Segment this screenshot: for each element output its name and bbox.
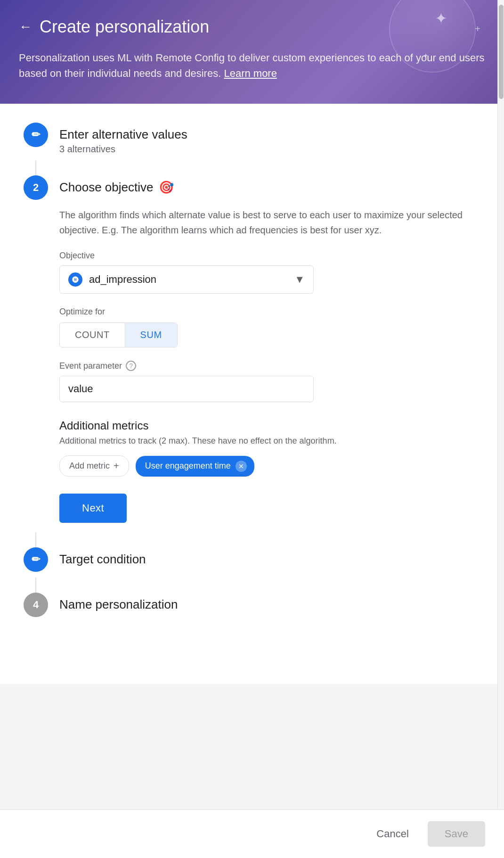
step-2-circle: 2 bbox=[24, 175, 48, 200]
chip-label: User engagement time bbox=[145, 461, 231, 471]
step-4-title: Name personalization bbox=[59, 597, 480, 612]
objective-dropdown-icon bbox=[68, 272, 82, 287]
chip-close-button[interactable]: ✕ bbox=[236, 461, 247, 472]
connector-1-2 bbox=[35, 160, 36, 175]
steps-container: ✏ Enter alternative values 3 alternative… bbox=[0, 104, 504, 684]
objective-value: ad_impression bbox=[89, 273, 288, 286]
metrics-row: Add metric + User engagement time ✕ bbox=[59, 455, 480, 477]
objective-icon: 🎯 bbox=[159, 180, 174, 195]
metric-chip-user-engagement: User engagement time ✕ bbox=[136, 456, 254, 477]
help-icon[interactable]: ? bbox=[126, 361, 136, 371]
star-icon-3: ✦ bbox=[423, 52, 429, 59]
main-content: ✏ Enter alternative values 3 alternative… bbox=[0, 104, 504, 684]
step-2-body: The algorithm finds which alternate valu… bbox=[59, 207, 480, 523]
step-1-subtitle: 3 alternatives bbox=[59, 144, 480, 155]
event-param-label-row: Event parameter ? bbox=[59, 361, 480, 371]
additional-metrics-desc: Additional metrics to track (2 max). The… bbox=[59, 436, 480, 446]
step-3-icon: ✏ bbox=[32, 553, 40, 566]
star-icon-1: ✦ bbox=[435, 9, 447, 27]
step-2-title: Choose objective 🎯 bbox=[59, 180, 480, 195]
header-description: Personalization uses ML with Remote Conf… bbox=[19, 50, 485, 81]
plus-icon: + bbox=[114, 461, 119, 471]
star-icon-2: + bbox=[475, 24, 480, 34]
step-1-row: ✏ Enter alternative values 3 alternative… bbox=[24, 123, 480, 155]
connector-2-3 bbox=[35, 532, 36, 547]
back-button[interactable]: ← bbox=[19, 19, 32, 34]
header-back-row: ← Create personalization bbox=[19, 17, 485, 37]
objective-description: The algorithm finds which alternate valu… bbox=[59, 207, 480, 238]
scrollbar-track[interactable] bbox=[497, 0, 504, 858]
dropdown-arrow-icon: ▼ bbox=[294, 273, 305, 286]
additional-metrics-title: Additional metrics bbox=[59, 419, 480, 432]
optimize-toggle-group: COUNT SUM bbox=[59, 322, 178, 347]
step-2-number: 2 bbox=[33, 182, 39, 194]
bottom-spacer bbox=[24, 623, 480, 670]
cancel-button[interactable]: Cancel bbox=[367, 823, 418, 845]
connector-3-4 bbox=[35, 578, 36, 593]
count-toggle-button[interactable]: COUNT bbox=[60, 323, 125, 347]
step-4-content: Name personalization bbox=[59, 593, 480, 612]
step-1-icon: ✏ bbox=[32, 129, 40, 141]
add-metric-button[interactable]: Add metric + bbox=[59, 455, 129, 477]
objective-label: Objective bbox=[59, 251, 480, 261]
save-button[interactable]: Save bbox=[428, 821, 485, 847]
step-4-circle: 4 bbox=[24, 593, 48, 617]
step-3-title: Target condition bbox=[59, 552, 480, 567]
event-param-label-text: Event parameter bbox=[59, 361, 122, 371]
event-param-input[interactable] bbox=[59, 376, 314, 402]
step-4-row: 4 Name personalization bbox=[24, 593, 480, 617]
step-1-content: Enter alternative values 3 alternatives bbox=[59, 123, 480, 155]
step-3-circle: ✏ bbox=[24, 547, 48, 572]
step-3-row: ✏ Target condition bbox=[24, 547, 480, 572]
step-1-title: Enter alternative values bbox=[59, 127, 480, 142]
page-header: ← Create personalization Personalization… bbox=[0, 0, 504, 104]
bottom-bar: Cancel Save bbox=[0, 809, 504, 858]
optimize-label: Optimize for bbox=[59, 307, 480, 317]
learn-more-link[interactable]: Learn more bbox=[224, 67, 277, 79]
page-title: Create personalization bbox=[40, 17, 209, 37]
scrollbar-thumb[interactable] bbox=[499, 5, 504, 99]
step-4-number: 4 bbox=[33, 599, 39, 611]
step-2-row: 2 Choose objective 🎯 bbox=[24, 175, 480, 200]
sum-toggle-button[interactable]: SUM bbox=[125, 323, 177, 347]
objective-dropdown[interactable]: ad_impression ▼ bbox=[59, 265, 314, 294]
step-1-circle: ✏ bbox=[24, 123, 48, 147]
step-2-content: Choose objective 🎯 bbox=[59, 175, 480, 195]
add-metric-label: Add metric bbox=[69, 461, 110, 471]
next-button[interactable]: Next bbox=[59, 494, 127, 523]
step-3-content: Target condition bbox=[59, 547, 480, 567]
